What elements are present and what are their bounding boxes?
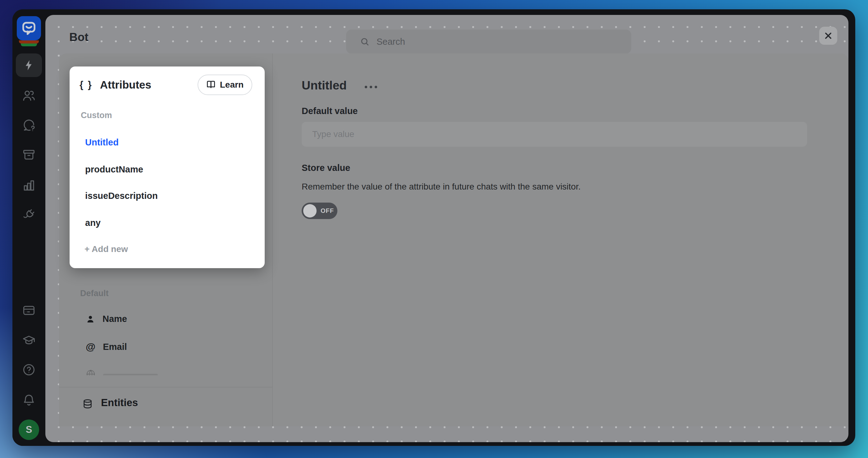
app-window: S Bot Default Name bbox=[12, 9, 855, 446]
logo-stack-red bbox=[19, 40, 39, 43]
store-value-description: Remember the value of the attribute in f… bbox=[302, 182, 581, 192]
list-item-label: Name bbox=[102, 314, 127, 324]
sidebar-item-academy[interactable] bbox=[22, 333, 36, 347]
credit-card-icon bbox=[22, 304, 36, 317]
attribute-item-any[interactable]: any bbox=[85, 218, 101, 228]
list-item-name[interactable]: Name bbox=[86, 314, 127, 324]
database-icon bbox=[82, 399, 93, 409]
plug-icon bbox=[22, 208, 36, 221]
person-icon bbox=[86, 314, 95, 324]
users-icon bbox=[22, 89, 36, 102]
attributes-card-header: { } Attributes Learn bbox=[80, 74, 252, 96]
entities-label: Entities bbox=[101, 397, 138, 408]
user-avatar[interactable]: S bbox=[19, 420, 39, 440]
search-bar[interactable] bbox=[346, 30, 631, 54]
logo-stack-green bbox=[21, 43, 37, 46]
custom-section-label: Custom bbox=[81, 111, 112, 120]
sidebar-item-help[interactable] bbox=[22, 363, 36, 376]
chat-question-icon bbox=[22, 119, 36, 132]
sidebar-item-users[interactable] bbox=[22, 89, 36, 102]
chat-bubble-logo-icon bbox=[17, 16, 41, 40]
learn-button[interactable]: Learn bbox=[197, 74, 252, 95]
sidebar-item-notifications[interactable] bbox=[22, 393, 36, 407]
graduation-cap-icon bbox=[22, 333, 36, 347]
search-input[interactable] bbox=[376, 36, 595, 47]
attribute-item-untitled[interactable]: Untitled bbox=[85, 138, 119, 148]
attributes-title: Attributes bbox=[100, 79, 151, 91]
attributes-spotlight-card: { } Attributes Learn Custom Untitled pro… bbox=[70, 66, 265, 268]
close-button[interactable] bbox=[819, 27, 837, 45]
sidebar: S bbox=[12, 9, 45, 446]
search-icon bbox=[360, 37, 370, 47]
store-value-toggle[interactable]: OFF bbox=[302, 203, 337, 219]
braces-icon: { } bbox=[80, 79, 93, 90]
lightning-bolt-icon bbox=[23, 59, 35, 71]
default-value-label: Default value bbox=[302, 106, 358, 116]
list-item-email[interactable]: @ Email bbox=[86, 341, 127, 353]
add-new-attribute-button[interactable]: + Add new bbox=[85, 244, 128, 254]
entities-section[interactable]: Entities bbox=[59, 387, 272, 426]
list-item-faded[interactable] bbox=[86, 367, 158, 375]
sidebar-item-archives[interactable] bbox=[22, 148, 36, 161]
chatbot-logo[interactable] bbox=[17, 16, 41, 46]
default-value-input[interactable] bbox=[312, 129, 779, 140]
learn-button-label: Learn bbox=[220, 80, 244, 90]
close-icon bbox=[824, 31, 833, 40]
archive-icon bbox=[22, 148, 36, 161]
default-value-field[interactable] bbox=[302, 122, 807, 147]
store-value-label: Store value bbox=[302, 163, 350, 173]
faded-label-placeholder bbox=[103, 374, 158, 376]
attribute-title: Untitled bbox=[302, 79, 347, 92]
globe-icon bbox=[86, 369, 96, 375]
attribute-item-issuedescription[interactable]: issueDescription bbox=[85, 191, 158, 201]
avatar-initial: S bbox=[26, 424, 32, 435]
sidebar-item-billing[interactable] bbox=[22, 304, 36, 317]
more-options-icon[interactable] bbox=[365, 86, 377, 88]
sidebar-item-reports[interactable] bbox=[22, 178, 36, 192]
help-circle-icon bbox=[22, 363, 36, 376]
default-section-label: Default bbox=[80, 289, 109, 298]
list-item-label: Email bbox=[103, 342, 127, 352]
book-icon bbox=[206, 80, 216, 90]
page: { "topbar": { "title": "Bot", "search_pl… bbox=[0, 0, 868, 458]
attribute-detail-panel: Untitled Default value Store value Remem… bbox=[273, 54, 848, 426]
bell-icon bbox=[22, 393, 36, 407]
toggle-state-label: OFF bbox=[320, 207, 334, 214]
attribute-item-productname[interactable]: productName bbox=[85, 164, 143, 175]
toggle-knob bbox=[303, 204, 316, 217]
sidebar-item-bot-builder[interactable] bbox=[16, 54, 42, 77]
at-icon: @ bbox=[86, 341, 95, 353]
sidebar-item-integrations[interactable] bbox=[22, 208, 36, 221]
page-title: Bot bbox=[69, 31, 89, 44]
detail-title-row: Untitled bbox=[302, 79, 377, 92]
bar-chart-icon bbox=[22, 178, 36, 192]
sidebar-item-chats[interactable] bbox=[22, 119, 36, 132]
